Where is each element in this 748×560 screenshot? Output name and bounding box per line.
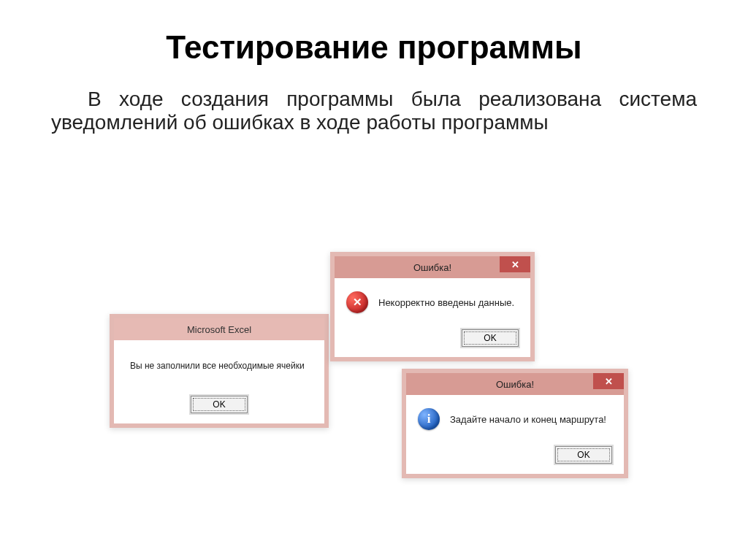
close-button[interactable]: ✕ xyxy=(593,373,624,389)
button-row: OK xyxy=(418,446,612,464)
titlebar-error: Ошибка! ✕ xyxy=(335,256,530,278)
dialog-error-data: Ошибка! ✕ Некорректно введены данные. OK xyxy=(330,252,535,361)
message-row: Некорректно введены данные. xyxy=(346,291,519,313)
dialog-excel: Microsoft Excel Вы не заполнили все необ… xyxy=(110,314,329,428)
titlebar-error: Ошибка! ✕ xyxy=(406,373,624,395)
error-icon xyxy=(346,291,368,313)
titlebar-title: Ошибка! xyxy=(413,262,451,273)
dialog-content: Некорректно введены данные. OK xyxy=(335,278,530,357)
close-button[interactable]: ✕ xyxy=(500,256,530,272)
dialog-message: Некорректно введены данные. xyxy=(378,297,514,308)
dialog-content: Вы не заполнили все необходимые ячейки O… xyxy=(114,340,324,423)
dialog-content: Задайте начало и конец маршрута! OK xyxy=(406,395,624,474)
close-icon: ✕ xyxy=(605,376,613,387)
button-row: OK xyxy=(346,329,519,347)
titlebar-excel: Microsoft Excel xyxy=(114,318,324,340)
titlebar-title: Microsoft Excel xyxy=(187,324,251,335)
slide-body: В ходе создания программы была реализова… xyxy=(0,88,748,134)
close-icon: ✕ xyxy=(511,259,519,270)
ok-button[interactable]: OK xyxy=(462,329,519,347)
dialog-error-route: Ошибка! ✕ Задайте начало и конец маршрут… xyxy=(402,369,628,478)
dialog-message: Задайте начало и конец маршрута! xyxy=(450,414,606,425)
message-row: Задайте начало и конец маршрута! xyxy=(418,408,612,430)
info-icon xyxy=(418,408,440,430)
titlebar-title: Ошибка! xyxy=(496,379,534,390)
ok-button[interactable]: OK xyxy=(555,446,612,464)
slide-title: Тестирование программы xyxy=(0,0,748,88)
button-row: OK xyxy=(126,396,313,413)
dialog-message: Вы не заполнили все необходимые ячейки xyxy=(126,361,313,371)
ok-button[interactable]: OK xyxy=(191,396,248,413)
